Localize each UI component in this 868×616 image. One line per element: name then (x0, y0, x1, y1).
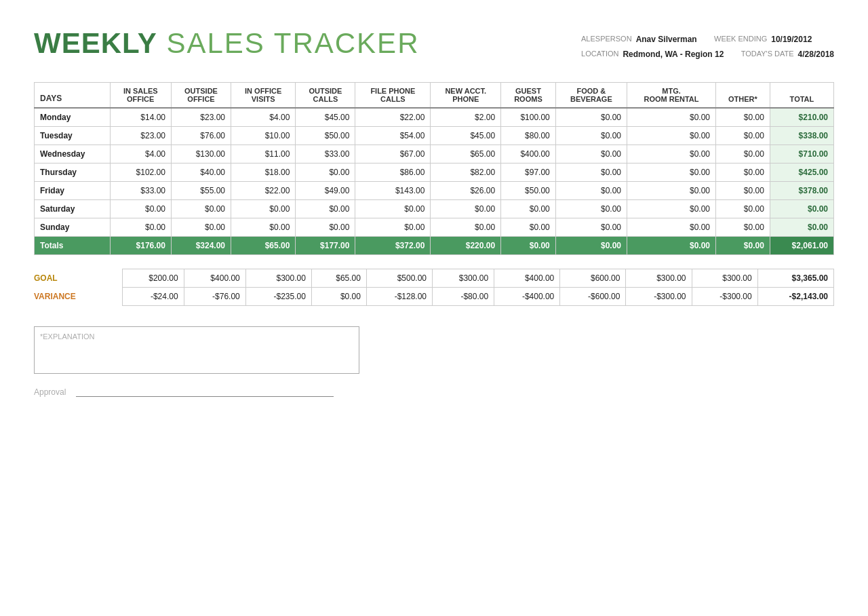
variance-outside-office: -$76.00 (184, 288, 245, 306)
guest_rooms-cell: $0.00 (501, 200, 556, 218)
mtg_room-cell: $0.00 (627, 163, 716, 182)
goal-file-phone: $500.00 (366, 269, 432, 288)
total-cell: $425.00 (770, 163, 833, 182)
new_acct-cell: $65.00 (431, 145, 501, 163)
total-cell: $378.00 (770, 182, 833, 200)
col-header-other: OTHER* (716, 83, 770, 109)
table-row: Wednesday$4.00$130.00$11.00$33.00$67.00$… (35, 145, 834, 163)
total-cell: $0.00 (770, 218, 833, 237)
variance-mtg-room: -$300.00 (626, 288, 692, 306)
in_office-cell: $0.00 (231, 200, 296, 218)
guest_rooms-cell: $80.00 (501, 127, 556, 145)
variance-other: -$300.00 (692, 288, 757, 306)
mtg_room-cell: $0.00 (627, 182, 716, 200)
new_acct-cell: $82.00 (431, 163, 501, 182)
variance-guest-rooms: -$400.00 (494, 288, 560, 306)
goal-other: $300.00 (692, 269, 757, 288)
outside_office-cell: $55.00 (171, 182, 231, 200)
col-header-mtg-room: MTG. ROOM RENTAL (627, 83, 716, 109)
col-header-total: TOTAL (770, 83, 833, 109)
other-cell: $0.00 (716, 182, 770, 200)
table-row: Thursday$102.00$40.00$18.00$0.00$86.00$8… (35, 163, 834, 182)
col-header-new-acct: NEW ACCT. PHONE (431, 83, 501, 109)
todays-date-value: 4/28/2018 (798, 47, 834, 62)
in_office-cell: $22.00 (231, 182, 296, 200)
food_bev-cell: $0.00 (555, 163, 627, 182)
title-sales-tracker: SALES TRACKER (166, 27, 419, 59)
table-header-row: DAYS IN SALES OFFICE OUTSIDE OFFICE IN O… (35, 83, 834, 109)
in_sales-cell: $23.00 (110, 127, 171, 145)
title-weekly: WEEKLY (34, 27, 157, 59)
totals-mtg_room: $0.00 (627, 237, 716, 255)
file_phone-cell: $0.00 (355, 200, 431, 218)
approval-line: Approval (34, 387, 834, 397)
goal-guest-rooms: $400.00 (494, 269, 560, 288)
mtg_room-cell: $0.00 (627, 108, 716, 127)
table-row: Saturday$0.00$0.00$0.00$0.00$0.00$0.00$0… (35, 200, 834, 218)
approval-label: Approval (34, 387, 66, 397)
outside_calls-cell: $45.00 (296, 108, 355, 127)
todays-date-label: TODAY'S DATE (741, 47, 794, 62)
food_bev-cell: $0.00 (555, 200, 627, 218)
location-value: Redmond, WA - Region 12 (623, 47, 724, 62)
goal-row: GOAL $200.00 $400.00 $300.00 $65.00 $500… (34, 269, 834, 288)
goal-food-bev: $600.00 (560, 269, 626, 288)
mtg_room-cell: $0.00 (627, 127, 716, 145)
meta-row-alesperson: ALESPERSON Anav Silverman WEEK ENDING 10… (581, 33, 834, 47)
variance-in-office: -$235.00 (245, 288, 311, 306)
file_phone-cell: $67.00 (355, 145, 431, 163)
total-cell: $210.00 (770, 108, 833, 127)
other-cell: $0.00 (716, 108, 770, 127)
day-cell: Saturday (35, 200, 111, 218)
in_sales-cell: $102.00 (110, 163, 171, 182)
goal-label: GOAL (34, 269, 122, 288)
outside_office-cell: $0.00 (171, 218, 231, 237)
in_sales-cell: $14.00 (110, 108, 171, 127)
week-ending-label: WEEK ENDING (714, 33, 767, 47)
totals-in_sales: $176.00 (110, 237, 171, 255)
goal-outside-calls: $65.00 (311, 269, 366, 288)
col-header-in-office: IN OFFICE VISITS (231, 83, 296, 109)
meta-block: ALESPERSON Anav Silverman WEEK ENDING 10… (581, 27, 834, 62)
variance-label: VARIANCE (34, 288, 122, 306)
other-cell: $0.00 (716, 218, 770, 237)
total-cell: $338.00 (770, 127, 833, 145)
col-header-days: DAYS (35, 83, 111, 109)
mtg_room-cell: $0.00 (627, 218, 716, 237)
alesperson-label: ALESPERSON (581, 33, 632, 47)
outside_office-cell: $23.00 (171, 108, 231, 127)
guest_rooms-cell: $50.00 (501, 182, 556, 200)
other-cell: $0.00 (716, 163, 770, 182)
in_office-cell: $4.00 (231, 108, 296, 127)
day-cell: Sunday (35, 218, 111, 237)
new_acct-cell: $0.00 (431, 200, 501, 218)
new_acct-cell: $45.00 (431, 127, 501, 145)
food_bev-cell: $0.00 (555, 127, 627, 145)
file_phone-cell: $0.00 (355, 218, 431, 237)
totals-outside_calls: $177.00 (296, 237, 355, 255)
col-header-food-bev: FOOD & BEVERAGE (555, 83, 627, 109)
food_bev-cell: $0.00 (555, 108, 627, 127)
in_sales-cell: $0.00 (110, 200, 171, 218)
outside_office-cell: $76.00 (171, 127, 231, 145)
outside_calls-cell: $33.00 (296, 145, 355, 163)
outside_office-cell: $130.00 (171, 145, 231, 163)
col-header-guest-rooms: GUEST ROOMS (501, 83, 556, 109)
totals-total: $2,061.00 (770, 237, 833, 255)
explanation-box[interactable]: *EXPLANATION (34, 326, 359, 374)
in_sales-cell: $0.00 (110, 218, 171, 237)
mtg_room-cell: $0.00 (627, 200, 716, 218)
day-cell: Wednesday (35, 145, 111, 163)
alesperson-value: Anav Silverman (636, 33, 697, 47)
file_phone-cell: $54.00 (355, 127, 431, 145)
explanation-section: *EXPLANATION Approval (34, 326, 834, 397)
new_acct-cell: $26.00 (431, 182, 501, 200)
col-header-file-phone: FILE PHONE CALLS (355, 83, 431, 109)
goal-outside-office: $400.00 (184, 269, 245, 288)
in_office-cell: $10.00 (231, 127, 296, 145)
in_sales-cell: $33.00 (110, 182, 171, 200)
total-cell: $710.00 (770, 145, 833, 163)
table-row: Monday$14.00$23.00$4.00$45.00$22.00$2.00… (35, 108, 834, 127)
file_phone-cell: $143.00 (355, 182, 431, 200)
outside_calls-cell: $49.00 (296, 182, 355, 200)
